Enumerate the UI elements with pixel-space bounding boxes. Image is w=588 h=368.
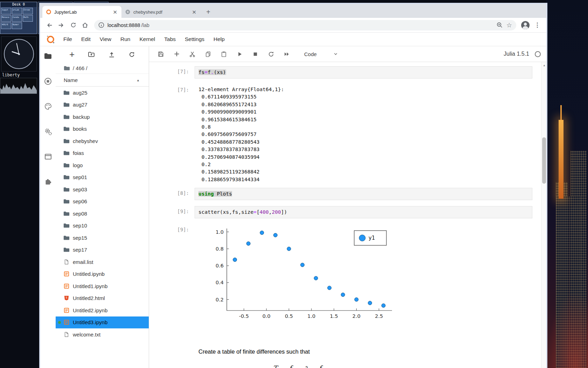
pager-mini-window[interactable]: Numer: [12, 22, 22, 29]
reload-button[interactable]: [68, 20, 79, 31]
file-row[interactable]: chebyshev: [56, 135, 149, 147]
file-name: Untitled1.ipynb: [73, 283, 107, 289]
file-row[interactable]: sep17: [56, 244, 149, 256]
kernel-name[interactable]: Julia 1.5.1: [504, 51, 529, 57]
svg-text:-0.5: -0.5: [239, 313, 249, 319]
pager-mini-window[interactable]: Conda: [12, 15, 22, 22]
property-inspector-gears-icon[interactable]: [44, 128, 52, 136]
cut-cells-button[interactable]: [189, 51, 196, 57]
command-palette-icon[interactable]: [44, 102, 52, 110]
browser-menu-icon[interactable]: ⋮: [532, 20, 543, 31]
file-row[interactable]: 5Untitled2.html: [56, 292, 149, 305]
code-cell-editor[interactable]: fs=f.(xs): [195, 66, 532, 79]
pager-mini-window[interactable]: Jupyt: [1, 8, 11, 14]
home-folder-icon[interactable]: [64, 66, 70, 71]
file-row[interactable]: backup: [56, 111, 149, 123]
file-row[interactable]: foias: [56, 147, 149, 159]
file-browser-icon[interactable]: [44, 53, 52, 60]
file-row[interactable]: sep01: [56, 171, 149, 184]
file-row[interactable]: sep08: [56, 207, 149, 220]
tab-close-icon[interactable]: ✕: [191, 9, 197, 15]
tab-pdf[interactable]: chebyshev.pdf ✕: [121, 6, 201, 18]
copy-cells-button[interactable]: [205, 51, 211, 57]
tab-jupyterlab[interactable]: JupyterLab ✕: [42, 6, 121, 18]
file-row[interactable]: logo: [56, 159, 149, 171]
city-glow: [546, 291, 588, 368]
file-row[interactable]: welcome.txt: [56, 328, 149, 341]
home-button[interactable]: [79, 20, 91, 31]
file-name: sep01: [73, 174, 87, 180]
bookmark-star-icon[interactable]: ☆: [506, 22, 512, 28]
file-row[interactable]: sep03: [56, 183, 149, 196]
avatar[interactable]: [520, 20, 531, 31]
pager-mini-window[interactable]: erLab: [12, 8, 22, 14]
notebook-scrollbar[interactable]: ▲: [541, 62, 546, 368]
folder-icon: [63, 223, 70, 228]
cell-output-text: 12-element Array{Float64,1}: 0.671140939…: [195, 84, 532, 183]
zoom-icon[interactable]: [496, 22, 503, 28]
back-button[interactable]: [44, 20, 55, 31]
file-row[interactable]: sep10: [56, 220, 149, 232]
address-bar[interactable]: localhost:8888/lab ☆: [94, 20, 516, 30]
menu-run[interactable]: Run: [116, 36, 135, 42]
code-cell-editor[interactable]: scatter(xs,fs,size=[400,200]): [195, 206, 532, 218]
cell-prompt: [149, 364, 195, 368]
scroll-up-arrow-icon[interactable]: ▲: [543, 64, 546, 67]
sort-ascending-caret-icon[interactable]: ▲: [136, 79, 140, 82]
file-list-header[interactable]: Name ▲: [56, 74, 149, 87]
page-info-icon[interactable]: [98, 22, 104, 28]
file-row[interactable]: Untitled2.ipynb: [56, 304, 149, 316]
refresh-file-list-button[interactable]: [128, 51, 135, 58]
svg-text:0.2: 0.2: [216, 297, 224, 302]
cell-type-value: Code: [304, 51, 317, 57]
add-cell-button[interactable]: [173, 51, 180, 57]
desktop-pager[interactable]: Desk 0 JupyterLabChromMonacoCondaMath466…: [0, 2, 37, 34]
menu-tabs[interactable]: Tabs: [160, 36, 180, 42]
file-name: sep08: [73, 211, 87, 217]
file-row[interactable]: Untitled1.ipynb: [56, 280, 149, 292]
restart-and-run-all-button[interactable]: [284, 51, 290, 57]
pager-mini-window[interactable]: 466/6: [1, 22, 11, 29]
save-button[interactable]: [158, 51, 164, 57]
file-row[interactable]: Untitled.ipynb: [56, 268, 149, 280]
menu-edit[interactable]: Edit: [77, 36, 95, 42]
file-row[interactable]: aug27: [56, 99, 149, 111]
cell-type-dropdown[interactable]: Code: [304, 51, 338, 57]
tab-close-icon[interactable]: ✕: [112, 9, 118, 15]
pager-windows: JupyterLabChromMonacoCondaMath466/6Numer: [0, 7, 37, 30]
new-folder-button[interactable]: [88, 51, 95, 57]
new-launcher-button[interactable]: +: [69, 50, 75, 59]
file-row[interactable]: books: [56, 123, 149, 135]
menu-settings[interactable]: Settings: [180, 36, 209, 42]
svg-text:2.5: 2.5: [375, 313, 383, 319]
pager-mini-window[interactable]: Monaco: [1, 15, 11, 22]
run-cell-button[interactable]: [236, 51, 243, 57]
kernel-status-icon[interactable]: [535, 51, 541, 57]
pager-mini-window[interactable]: Chrom: [23, 8, 33, 14]
file-row[interactable]: sep15: [56, 232, 149, 244]
menu-kernel[interactable]: Kernel: [135, 36, 160, 42]
file-name: sep03: [73, 186, 87, 192]
extension-manager-puzzle-icon[interactable]: [44, 178, 52, 186]
upload-button[interactable]: [108, 51, 115, 58]
paste-cells-button[interactable]: [220, 51, 227, 57]
pager-mini-window[interactable]: Math: [23, 15, 33, 22]
running-kernels-icon[interactable]: [44, 77, 52, 85]
new-tab-button[interactable]: +: [203, 7, 213, 17]
menu-file[interactable]: File: [59, 36, 77, 42]
file-row[interactable]: Untitled3.ipynb: [56, 316, 149, 329]
breadcrumb[interactable]: / 466 /: [56, 62, 149, 74]
menu-help[interactable]: Help: [209, 36, 229, 42]
scrollbar-thumb[interactable]: [542, 137, 546, 184]
file-row[interactable]: aug25: [56, 87, 149, 99]
folder-icon: [63, 126, 70, 131]
interrupt-kernel-button[interactable]: [252, 51, 259, 57]
code-cell-editor[interactable]: using Plots: [195, 188, 532, 200]
restart-kernel-button[interactable]: [268, 51, 274, 57]
forward-button[interactable]: [56, 20, 67, 31]
svg-text:5: 5: [66, 297, 67, 300]
menu-view[interactable]: View: [95, 36, 116, 42]
file-row[interactable]: email.list: [56, 256, 149, 268]
file-row[interactable]: sep06: [56, 196, 149, 208]
open-tabs-icon[interactable]: [44, 153, 52, 161]
